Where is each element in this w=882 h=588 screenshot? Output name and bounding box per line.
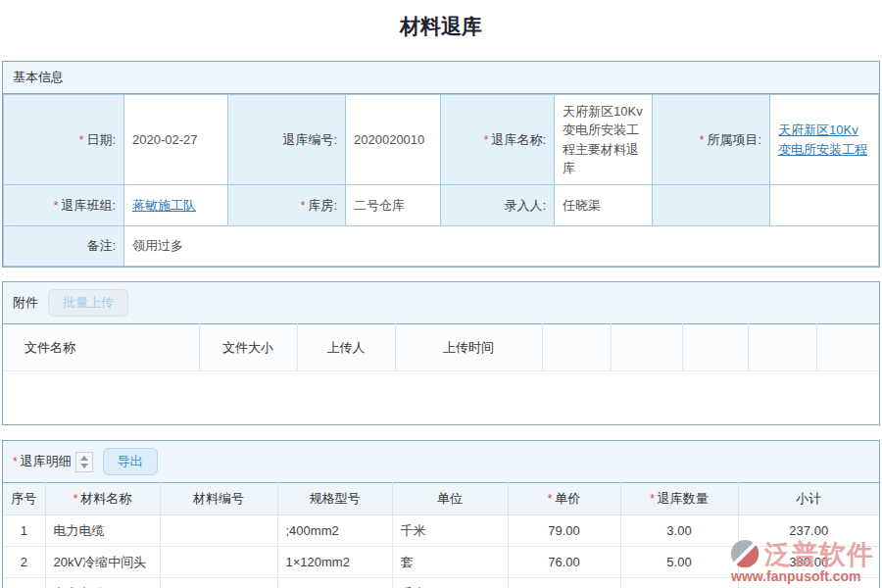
return-name-label-cell: *退库名称: [441,95,555,185]
empty-value-cell [770,185,879,226]
cell-unit: 千米 [392,578,508,588]
attachments-col-empty [816,324,879,371]
col-material-name: *材料名称 [45,483,160,515]
team-label: 退库班组: [61,198,116,213]
cell-seq: 3 [3,578,45,588]
required-marker: * [74,492,78,506]
cell-material-name: 电力电缆 [45,578,160,588]
col-unit-price: *单价 [508,483,620,515]
cell-qty: 5.00 [620,578,738,588]
attachments-empty-area [3,371,879,424]
team-link[interactable]: 蒋敏施工队 [132,198,196,213]
return-details-section: *退库明细 导出 序号 *材料名称 材料编号 规格型号 单位 *单价 *退库数量… [2,440,880,588]
required-marker: * [484,133,489,147]
project-label-cell: *所属项目: [653,95,770,185]
return-name-value: 天府新区10Kv变电所安装工程主要材料退库 [555,95,653,185]
team-value-cell: 蒋敏施工队 [124,185,228,226]
cell-subtotal: 405.00 [738,578,879,588]
return-name-label: 退库名称: [491,132,546,147]
cell-spec: 无 [277,578,392,588]
remark-value: 领用过多 [124,226,879,267]
cell-unit: 套 [392,547,508,578]
cell-spec: 1×120mm2 [277,547,392,578]
required-marker: * [79,133,84,147]
date-label: 日期: [86,132,116,147]
cell-material-code [160,547,277,578]
col-return-qty: *退库数量 [620,483,738,515]
col-spec-model: 规格型号 [277,483,392,515]
basic-info-section-header: 基本信息 [3,62,879,94]
recorder-value: 任晓渠 [555,185,653,226]
remark-label: 备注: [4,226,124,267]
required-marker: * [13,455,18,468]
col-material-code: 材料编号 [160,483,277,515]
cell-subtotal: 380.00 [738,547,879,578]
team-label-cell: *退库班组: [4,185,124,226]
return-no-value: 2020020010 [346,95,441,185]
export-button[interactable]: 导出 [103,448,158,475]
attachments-col-empty [542,324,611,371]
date-label-cell: *日期: [4,95,124,185]
project-value-cell: 天府新区10Kv变电所安装工程 [770,95,879,185]
attachments-col-filename: 文件名称 [3,324,199,371]
return-no-label: 退库编号: [228,95,346,185]
return-details-table: 序号 *材料名称 材料编号 规格型号 单位 *单价 *退库数量 小计 1 电力电… [3,482,879,588]
cell-seq: 1 [3,515,45,547]
return-details-header-row: 序号 *材料名称 材料编号 规格型号 单位 *单价 *退库数量 小计 [3,483,879,515]
project-link[interactable]: 天府新区10Kv变电所安装工程 [778,122,867,157]
cell-price: 81.00 [508,578,620,588]
cell-qty: 3.00 [620,515,738,547]
col-unit: 单位 [392,483,508,515]
cell-unit: 千米 [392,515,508,547]
cell-subtotal: 237.00 [738,515,879,547]
table-row: 2 20kV冷缩中间头 1×120mm2 套 76.00 5.00 380.00 [3,547,879,578]
required-marker: * [700,133,705,147]
attachments-section: 附件 批量上传 文件名称 文件大小 上传人 上传时间 [2,281,880,425]
date-value: 2020-02-27 [124,95,228,185]
table-row: 3 电力电缆 无 千米 81.00 5.00 405.00 [3,578,879,588]
col-material-name-label: 材料名称 [80,491,131,506]
attachments-col-uploadtime: 上传时间 [395,324,542,371]
required-marker: * [301,199,306,213]
cell-material-name: 20kV冷缩中间头 [45,547,160,578]
recorder-label: 录入人: [441,185,555,226]
col-subtotal: 小计 [738,483,879,515]
required-marker: * [54,199,59,213]
attachments-col-empty [748,324,816,371]
attachments-col-filesize: 文件大小 [199,324,297,371]
attachments-table: 文件名称 文件大小 上传人 上传时间 [3,323,879,371]
project-label: 所属项目: [707,132,761,147]
return-details-title-wrap: *退库明细 [13,453,72,470]
col-unit-price-label: 单价 [555,491,580,506]
page-title: 材料退库 [0,0,882,50]
required-marker: * [548,492,553,506]
attachments-col-empty [682,324,748,371]
warehouse-label: 库房: [308,198,337,213]
attachments-col-empty [611,324,682,371]
warehouse-value: 二号仓库 [346,185,441,226]
col-return-qty-label: 退库数量 [658,491,709,506]
batch-upload-button[interactable]: 批量上传 [48,289,128,317]
attachments-section-title: 附件 [13,294,38,312]
basic-info-section: 基本信息 *日期: 2020-02-27 退库编号: 2020020010 *退… [2,61,880,268]
return-details-section-header: *退库明细 导出 [3,441,879,482]
cell-seq: 2 [3,547,45,578]
cell-price: 76.00 [508,547,620,578]
cell-price: 79.00 [508,515,620,547]
table-row: 1 电力电缆 ;400mm2 千米 79.00 3.00 237.00 [3,515,879,547]
attachments-section-header: 附件 批量上传 [3,282,879,323]
basic-info-section-title: 基本信息 [13,69,64,86]
attachments-col-uploader: 上传人 [297,324,395,371]
cell-material-name: 电力电缆 [45,515,160,547]
cell-material-code [160,578,277,588]
return-details-section-title: 退库明细 [21,454,72,468]
cell-qty: 5.00 [620,547,738,578]
cell-material-code [160,515,277,547]
cell-spec: ;400mm2 [277,515,392,547]
basic-info-grid: *日期: 2020-02-27 退库编号: 2020020010 *退库名称: … [3,94,879,267]
sort-stepper-icon[interactable] [75,452,93,472]
empty-label-cell [653,185,770,226]
required-marker: * [650,492,655,506]
col-seq: 序号 [3,483,45,515]
warehouse-label-cell: *库房: [228,185,346,226]
